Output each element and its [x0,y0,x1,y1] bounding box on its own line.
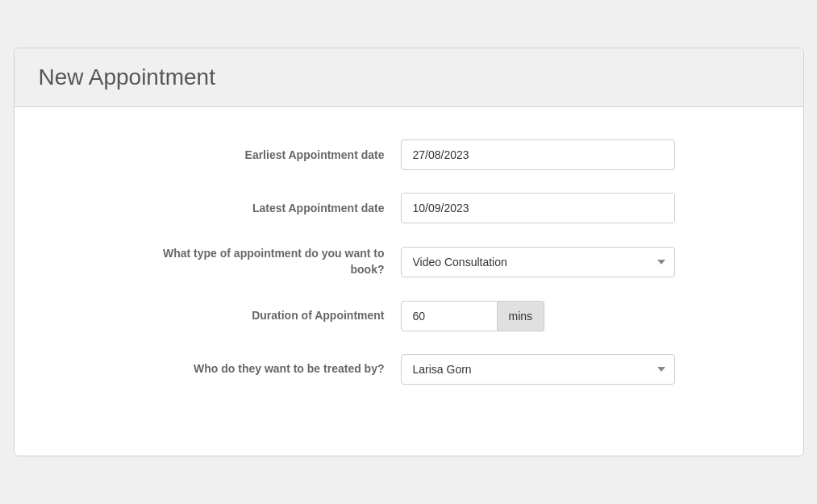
appointment-card: New Appointment Earliest Appointment dat… [14,48,804,456]
treated-by-label: Who do they want to be treated by? [143,361,401,377]
appointment-type-row: What type of appointment do you want to … [39,246,779,277]
earliest-date-label: Earliest Appointment date [143,148,401,164]
card-body: Earliest Appointment date Latest Appoint… [15,107,803,455]
treated-by-wrapper: Larisa Gorn Dr. Smith Dr. Jones [401,354,675,385]
latest-date-label: Latest Appointment date [143,201,401,217]
earliest-date-input[interactable] [401,140,675,170]
latest-date-row: Latest Appointment date [39,193,779,223]
page-title: New Appointment [39,65,779,90]
appointment-type-select[interactable]: Video Consultation In Person Phone Consu… [401,247,675,277]
duration-label: Duration of Appointment [143,308,401,324]
earliest-date-row: Earliest Appointment date [39,140,779,170]
earliest-date-wrapper [401,140,675,170]
duration-row: Duration of Appointment mins [39,301,779,331]
card-header: New Appointment [15,48,803,107]
duration-input[interactable] [401,301,498,331]
latest-date-input[interactable] [401,193,675,223]
appointment-type-wrapper: Video Consultation In Person Phone Consu… [401,247,675,277]
appointment-type-label: What type of appointment do you want to … [143,246,401,277]
treated-by-row: Who do they want to be treated by? Laris… [39,354,779,385]
treated-by-select[interactable]: Larisa Gorn Dr. Smith Dr. Jones [401,354,675,385]
duration-wrapper: mins [401,301,675,331]
duration-unit-label: mins [498,301,545,331]
latest-date-wrapper [401,193,675,223]
